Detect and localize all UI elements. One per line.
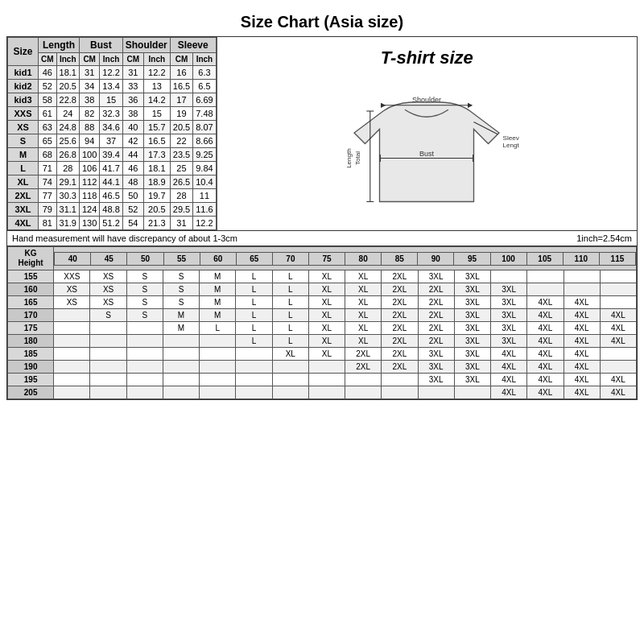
- size-recommendation-cell: XL: [345, 335, 382, 348]
- size-recommendation-cell: [90, 335, 126, 348]
- size-recommendation-cell: 4XL: [527, 348, 564, 361]
- size-recommendation-cell: 2XL: [382, 296, 418, 309]
- height-cell: 205: [8, 386, 54, 399]
- size-recommendation-cell: 3XL: [418, 374, 454, 386]
- size-recommendation-cell: [126, 361, 163, 374]
- size-recommendation-cell: 3XL: [454, 374, 490, 386]
- size-recommendation-cell: [126, 386, 163, 399]
- svg-text:Length: Length: [346, 148, 353, 168]
- size-recommendation-cell: 4XL: [527, 374, 564, 386]
- weight-col-header: 80: [345, 252, 382, 265]
- size-recommendation-cell: 2XL: [382, 322, 418, 335]
- size-recommendation-cell: XL: [345, 283, 382, 296]
- size-recommendation-cell: 3XL: [454, 283, 490, 296]
- size-recommendation-cell: L: [272, 283, 308, 296]
- size-table: Size Length Bust Shoulder Sleeve CM Inch…: [7, 37, 217, 230]
- size-recommendation-cell: 4XL: [491, 374, 527, 386]
- shoulder-cm: CM: [122, 53, 143, 66]
- size-recommendation-cell: XL: [345, 322, 382, 335]
- size-recommendation-cell: M: [200, 296, 236, 309]
- size-recommendation-cell: [527, 270, 564, 283]
- kg-height-header: KGHeight: [8, 247, 54, 270]
- weight-row: 160XSXSSSMLLXLXL2XL2XL3XL3XL: [8, 283, 637, 296]
- weight-row: 185XLXL2XL2XL3XL3XL4XL4XL4XL: [8, 348, 637, 361]
- size-recommendation-cell: 3XL: [454, 348, 490, 361]
- size-recommendation-cell: L: [236, 309, 272, 322]
- svg-text:Length: Length: [503, 142, 520, 149]
- length-inch: Inch: [56, 53, 79, 66]
- size-recommendation-cell: 2XL: [382, 283, 418, 296]
- weight-table-container: KGHeight 4045505560657075808590951001051…: [6, 246, 638, 400]
- size-recommendation-cell: [90, 361, 126, 374]
- measurement-note: Hand measurement will have discrepancy o…: [12, 233, 237, 243]
- size-recommendation-cell: L: [236, 335, 272, 348]
- size-recommendation-cell: L: [236, 270, 272, 283]
- size-recommendation-cell: XS: [90, 296, 126, 309]
- height-cell: 175: [8, 322, 54, 335]
- size-recommendation-cell: [200, 361, 236, 374]
- table-row: 2XL 77 30.3 118 46.5 50 19.7 28 11: [8, 189, 217, 203]
- size-recommendation-cell: [382, 374, 418, 386]
- size-recommendation-cell: 4XL: [564, 309, 600, 322]
- size-recommendation-cell: 2XL: [418, 296, 454, 309]
- size-recommendation-cell: S: [163, 283, 199, 296]
- size-recommendation-cell: XL: [308, 309, 345, 322]
- size-recommendation-cell: [382, 386, 418, 399]
- size-recommendation-cell: M: [163, 322, 199, 335]
- svg-text:Shoulder: Shoulder: [412, 96, 441, 104]
- size-recommendation-cell: [564, 283, 600, 296]
- height-cell: 155: [8, 270, 54, 283]
- size-recommendation-cell: [308, 361, 345, 374]
- tshirt-diagram: Shoulder Bust Total Length Sleeve Length: [334, 75, 519, 220]
- size-recommendation-cell: XL: [308, 270, 345, 283]
- weight-row: 170SSMMLLXLXL2XL2XL3XL3XL4XL4XL4XL: [8, 309, 637, 322]
- size-recommendation-cell: 4XL: [527, 309, 564, 322]
- height-cell: 160: [8, 283, 54, 296]
- size-recommendation-cell: S: [90, 309, 126, 322]
- svg-text:Total: Total: [355, 151, 362, 165]
- size-recommendation-cell: L: [236, 283, 272, 296]
- size-recommendation-cell: 2XL: [382, 309, 418, 322]
- size-recommendation-cell: [163, 348, 199, 361]
- diagram-title: T-shirt size: [381, 47, 473, 68]
- size-recommendation-cell: 3XL: [454, 270, 490, 283]
- size-recommendation-cell: 2XL: [345, 348, 382, 361]
- size-recommendation-cell: [126, 322, 163, 335]
- size-recommendation-cell: 3XL: [491, 296, 527, 309]
- size-recommendation-cell: 3XL: [454, 296, 490, 309]
- size-recommendation-cell: 2XL: [418, 335, 454, 348]
- weight-col-header: 50: [127, 252, 163, 265]
- weight-col-header: 40: [55, 252, 91, 265]
- size-recommendation-cell: [54, 309, 90, 322]
- size-recommendation-cell: 3XL: [491, 322, 527, 335]
- size-cell: 4XL: [8, 217, 39, 230]
- size-header: Size: [8, 38, 39, 66]
- table-row: kid2 52 20.5 34 13.4 33 13 16.5 6.5: [8, 80, 217, 93]
- size-recommendation-cell: XL: [308, 322, 345, 335]
- size-recommendation-cell: [200, 386, 236, 399]
- height-cell: 185: [8, 348, 54, 361]
- size-recommendation-cell: 4XL: [564, 335, 600, 348]
- size-recommendation-cell: [272, 361, 308, 374]
- size-recommendation-cell: XL: [308, 296, 345, 309]
- size-recommendation-cell: 4XL: [527, 386, 564, 399]
- size-recommendation-cell: [564, 270, 600, 283]
- size-cell: 2XL: [8, 189, 39, 203]
- size-recommendation-cell: XL: [308, 335, 345, 348]
- size-recommendation-cell: [126, 335, 163, 348]
- table-row: XS 63 24.8 88 34.6 40 15.7 20.5 8.07: [8, 121, 217, 134]
- table-row: L 71 28 106 41.7 46 18.1 25 9.84: [8, 162, 217, 175]
- weight-table: KGHeight 4045505560657075808590951001051…: [7, 246, 637, 399]
- size-recommendation-cell: XL: [345, 270, 382, 283]
- size-recommendation-cell: [345, 386, 382, 399]
- size-recommendation-cell: 2XL: [382, 348, 418, 361]
- size-recommendation-cell: 4XL: [600, 322, 636, 335]
- weight-col-header: 110: [563, 252, 599, 265]
- size-recommendation-cell: [600, 361, 636, 374]
- size-recommendation-cell: 2XL: [418, 283, 454, 296]
- size-recommendation-cell: 4XL: [491, 386, 527, 399]
- weight-header-row: 404550556065707580859095100105110115: [54, 247, 637, 270]
- size-recommendation-cell: XL: [272, 348, 308, 361]
- table-row: M 68 26.8 100 39.4 44 17.3 23.5 9.25: [8, 148, 217, 162]
- size-recommendation-cell: 4XL: [600, 335, 636, 348]
